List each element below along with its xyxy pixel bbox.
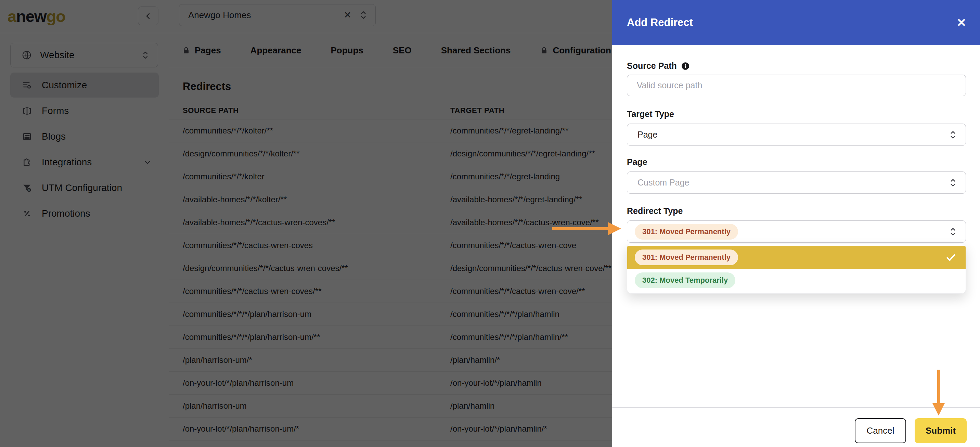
option-302-pill: 302: Moved Temporarily bbox=[635, 272, 735, 288]
drawer-footer: Cancel Submit bbox=[612, 418, 980, 443]
redirect-type-value-pill: 301: Moved Permanently bbox=[635, 224, 738, 240]
source-path-field bbox=[627, 75, 966, 96]
footer-divider bbox=[612, 407, 980, 408]
info-icon[interactable] bbox=[681, 62, 690, 70]
chevron-updown-icon bbox=[948, 178, 958, 188]
add-redirect-drawer: Add Redirect ✕ Source Path Target Type P… bbox=[612, 0, 980, 447]
dropdown-option-301[interactable]: 301: Moved Permanently bbox=[627, 246, 966, 269]
target-type-label: Target Type bbox=[627, 109, 966, 119]
chevron-updown-icon bbox=[948, 227, 958, 237]
source-path-input[interactable] bbox=[637, 80, 956, 91]
cancel-button[interactable]: Cancel bbox=[855, 418, 906, 443]
submit-button[interactable]: Submit bbox=[915, 418, 967, 443]
drawer-body: Source Path Target Type Page Page Custom… bbox=[627, 45, 966, 243]
annotation-arrow-redirect-type bbox=[552, 220, 622, 239]
option-301-pill: 301: Moved Permanently bbox=[635, 250, 738, 265]
target-type-select[interactable]: Page bbox=[627, 124, 966, 146]
source-path-label-text: Source Path bbox=[627, 61, 677, 71]
drawer-title: Add Redirect bbox=[627, 16, 693, 29]
page-label: Page bbox=[627, 157, 966, 167]
redirect-type-select[interactable]: 301: Moved Permanently bbox=[627, 220, 966, 243]
check-icon bbox=[945, 251, 957, 263]
redirect-type-label: Redirect Type bbox=[627, 206, 966, 216]
drawer-header: Add Redirect ✕ bbox=[612, 0, 980, 45]
close-icon[interactable]: ✕ bbox=[957, 17, 967, 29]
redirect-type-dropdown: 301: Moved Permanently 302: Moved Tempor… bbox=[627, 244, 966, 294]
dropdown-option-302[interactable]: 302: Moved Temporarily bbox=[627, 269, 966, 292]
page-select[interactable]: Custom Page bbox=[627, 172, 966, 194]
source-path-label: Source Path bbox=[627, 61, 966, 71]
page-select-placeholder: Custom Page bbox=[638, 178, 689, 188]
annotation-arrow-submit bbox=[931, 369, 946, 418]
target-type-value: Page bbox=[638, 130, 657, 140]
chevron-updown-icon bbox=[948, 130, 958, 140]
